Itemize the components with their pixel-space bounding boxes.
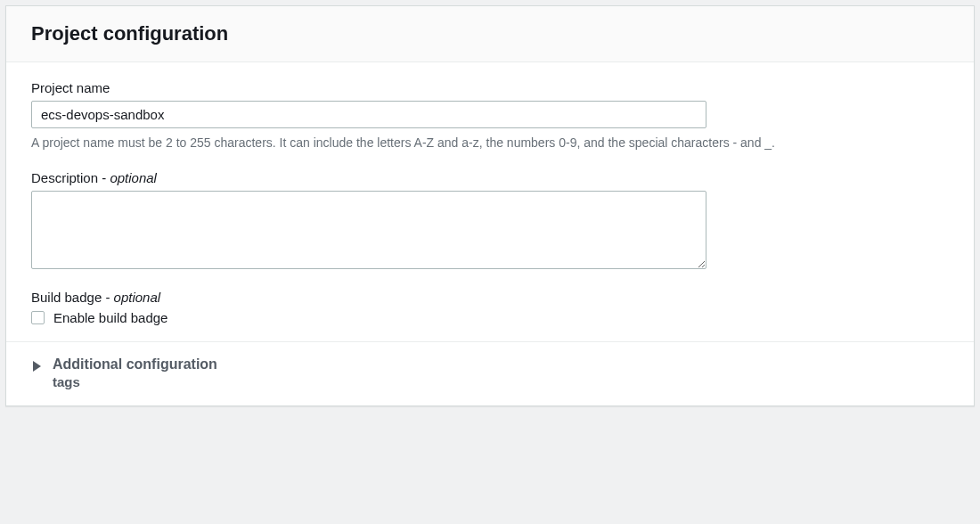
panel-title: Project configuration [31,22,949,45]
project-name-input[interactable] [31,101,706,128]
build-badge-label: Build badge - optional [31,290,949,305]
description-field: Description - optional [31,170,949,272]
additional-configuration-title-wrap: Additional configuration tags [53,356,217,389]
project-configuration-panel: Project configuration Project name A pro… [5,5,975,406]
enable-build-badge-checkbox[interactable] [31,311,45,324]
panel-body: Project name A project name must be 2 to… [6,62,974,341]
additional-configuration-toggle[interactable]: Additional configuration tags [31,356,949,389]
caret-right-icon [31,360,42,375]
additional-configuration-title: Additional configuration [53,356,217,373]
description-input[interactable] [31,191,706,269]
build-badge-checkbox-row[interactable]: Enable build badge [31,310,949,325]
enable-build-badge-checkbox-label[interactable]: Enable build badge [53,310,167,325]
project-name-label: Project name [31,80,949,95]
project-name-help: A project name must be 2 to 255 characte… [31,134,895,152]
build-badge-field: Build badge - optional Enable build badg… [31,290,949,325]
panel-header: Project configuration [6,6,974,62]
description-label: Description - optional [31,170,949,185]
svg-marker-0 [33,361,41,372]
additional-configuration-subtitle: tags [53,374,217,389]
additional-configuration-section: Additional configuration tags [6,341,974,405]
project-name-field: Project name A project name must be 2 to… [31,80,949,152]
